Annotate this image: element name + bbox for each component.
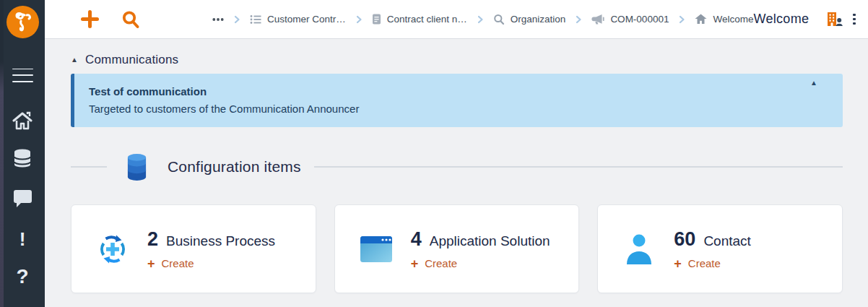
configuration-items-header: Configuration items [71, 153, 843, 181]
create-label: Create [162, 257, 194, 269]
breadcrumb-label: Organization [511, 14, 566, 25]
home-icon [695, 14, 707, 25]
summary-cards-row: 2 Business Process + Create [71, 204, 843, 293]
global-search-button[interactable] [121, 10, 140, 29]
breadcrumb-item-communication[interactable]: COM-000001 [591, 14, 669, 25]
logo-icon [6, 6, 39, 38]
communication-title: Test of communication [89, 83, 799, 100]
chevron-right-icon [475, 14, 485, 25]
breadcrumb-overflow-button[interactable] [212, 17, 224, 22]
create-business-process-link[interactable]: + Create [147, 257, 275, 270]
plus-icon: + [147, 257, 155, 270]
database-icon [13, 148, 32, 168]
breadcrumb-label: Contract client n… [387, 14, 467, 25]
summary-card-business-process[interactable]: 2 Business Process + Create [71, 204, 316, 293]
chevron-right-icon [232, 14, 242, 25]
breadcrumb-item-contract[interactable]: Contract client n… [372, 14, 467, 25]
summary-card-contact[interactable]: 60 Contact + Create [597, 204, 843, 293]
home-icon [12, 111, 32, 130]
item-count: 2 [147, 228, 158, 251]
breadcrumb-label: COM-000001 [610, 14, 669, 25]
menu-toggle-button[interactable] [0, 66, 45, 85]
page-title: Welcome [753, 12, 809, 27]
plus-icon: + [411, 257, 419, 270]
business-process-icon [95, 231, 131, 267]
communications-header[interactable]: ▲ Communications [71, 52, 843, 68]
item-count: 4 [411, 228, 422, 251]
collapse-caret-icon[interactable]: ▲ [71, 56, 78, 64]
divider-line [314, 166, 843, 168]
main-content: ▲ Communications Test of communication T… [45, 39, 868, 307]
breadcrumb-label: Customer Contr… [267, 14, 346, 25]
communication-body: Targeted to customers of the Communicati… [89, 100, 799, 118]
plus-icon [81, 10, 99, 28]
plus-icon: + [674, 257, 682, 270]
kebab-menu-button[interactable] [853, 14, 856, 25]
quick-create-button[interactable] [81, 10, 99, 28]
create-contact-link[interactable]: + Create [674, 257, 751, 270]
communication-banner[interactable]: Test of communication Targeted to custom… [71, 74, 843, 127]
card-label-link[interactable]: Business Process [166, 233, 275, 249]
sidebar-item-home[interactable] [0, 111, 45, 131]
kebab-icon [853, 14, 856, 17]
configuration-items-title: Configuration items [168, 158, 301, 176]
database-blue-icon [126, 153, 148, 181]
communications-title: Communications [85, 53, 178, 67]
list-icon [250, 14, 261, 25]
breadcrumb: Customer Contr… Contract client n… [212, 14, 753, 25]
sidebar-item-alerts[interactable]: ! [0, 228, 45, 250]
sidebar-item-communications[interactable] [0, 189, 45, 209]
search-icon [121, 10, 140, 29]
banner-collapse-icon[interactable]: ▲ [810, 79, 817, 87]
top-bar: Customer Contr… Contract client n… [45, 0, 868, 39]
card-label-link[interactable]: Contact [703, 233, 750, 249]
item-count: 60 [674, 228, 695, 251]
create-label: Create [425, 257, 457, 269]
chevron-right-icon [354, 14, 364, 25]
breadcrumb-item-welcome[interactable]: Welcome [695, 14, 753, 25]
chevron-right-icon [573, 14, 583, 25]
breadcrumb-label: Welcome [713, 14, 753, 25]
create-application-solution-link[interactable]: + Create [411, 257, 550, 270]
megaphone-icon [591, 14, 604, 25]
sidebar-item-data-model[interactable] [0, 148, 45, 168]
application-solution-icon [358, 231, 394, 267]
communications-section: ▲ Communications Test of communication T… [71, 52, 843, 127]
divider-line [71, 166, 107, 168]
exclamation-icon: ! [19, 228, 26, 251]
configuration-items-section: Configuration items [71, 153, 843, 293]
window-edge [0, 0, 4, 307]
card-label-link[interactable]: Application Solution [430, 233, 550, 249]
topbar-right: Welcome [753, 12, 855, 27]
document-icon [372, 14, 381, 25]
question-icon: ? [16, 265, 28, 288]
organization-user-icon [826, 12, 843, 27]
chevron-right-icon [677, 14, 687, 25]
contact-icon [621, 231, 657, 267]
breadcrumb-item-organization[interactable]: Organization [493, 14, 566, 25]
create-label: Create [688, 257, 721, 269]
search-icon [493, 14, 505, 25]
app-logo[interactable] [0, 6, 45, 38]
chat-icon [13, 189, 32, 208]
summary-card-application-solution[interactable]: 4 Application Solution + Create [334, 204, 580, 293]
breadcrumb-item-customer-contracts[interactable]: Customer Contr… [250, 14, 346, 25]
sidebar: ! ? [0, 0, 45, 307]
sidebar-item-help[interactable]: ? [0, 265, 45, 288]
ellipsis-icon [212, 17, 224, 22]
menu-icon [12, 69, 33, 70]
organization-user-button[interactable] [826, 12, 843, 27]
app-window: ! ? [0, 0, 868, 307]
